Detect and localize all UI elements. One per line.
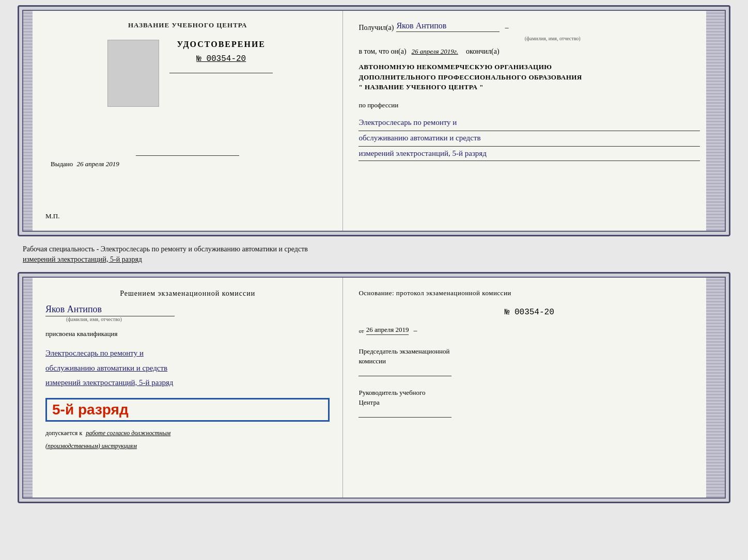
assigned-text: присвоена квалификация (45, 330, 330, 338)
doc1-left-page: НАЗВАНИЕ УЧЕБНОГО ЦЕНТРА УДОСТОВЕРЕНИЕ №… (33, 11, 343, 231)
doc1-right-page: Получил(а) Яков Антипов – (фамилия, имя,… (343, 11, 715, 231)
qual-line2: обслуживанию автоматики и средств (45, 361, 330, 376)
doc2-left-strip (23, 278, 33, 498)
head-signature (359, 417, 451, 418)
prof-line2: обслуживанию автоматики и средств (359, 131, 700, 147)
cert-number: № 00354-20 (196, 54, 246, 63)
photo-placeholder (107, 40, 159, 107)
issued-line: Выдано 26 апреля 2019 (51, 160, 330, 168)
fio-subtitle: (фамилия, имя, отчество) (405, 36, 700, 41)
org-line2: ДОПОЛНИТЕЛЬНОГО ПРОФЕССИОНАЛЬНОГО ОБРАЗО… (359, 72, 700, 83)
profession-handwritten: Электрослесарь по ремонту и обслуживанию… (359, 116, 700, 161)
doc2-right-side-strip (715, 278, 725, 498)
cert-center: УДОСТОВЕРЕНИЕ № 00354-20 (169, 40, 273, 77)
admit-block: допускается к работе согласно должностны… (45, 429, 330, 437)
photo-and-content: УДОСТОВЕРЕНИЕ № 00354-20 (102, 40, 273, 107)
prof-line1: Электрослесарь по ремонту и (359, 116, 700, 131)
doc2-right-strip (706, 278, 715, 498)
between-text: Рабочая специальность - Электрослесарь п… (18, 242, 730, 267)
date-line: в том, что он(а) 26 апреля 2019г. окончи… (359, 47, 700, 56)
prof-line3: измерений электростанций, 5-й разряд (359, 147, 700, 161)
mp-line: М.П. (45, 212, 59, 220)
head-role2: Центра (359, 397, 700, 408)
protocol-number: № 00354-20 (359, 308, 700, 317)
commission-line1: Решением экзаменационной комиссии (120, 290, 255, 297)
chairman-signature (359, 376, 451, 376)
doc2-left-page: Решением экзаменационной комиссии Яков А… (33, 278, 343, 498)
chairman-block: Председатель экзаменационной комиссии (359, 346, 700, 376)
basis-text: Основание: протокол экзаменационной коми… (359, 288, 700, 299)
doc2-fio-subtitle: (фамилия, имя, отчество) (66, 316, 122, 322)
doc2-fio: Яков Антипов (45, 304, 175, 316)
fio-block: Яков Антипов (фамилия, имя, отчество) (45, 304, 330, 322)
org-title: НАЗВАНИЕ УЧЕБНОГО ЦЕНТРА (128, 21, 247, 29)
qualification-block: Электрослесарь по ремонту и обслуживанию… (45, 346, 330, 390)
org-line3: " НАЗВАНИЕ УЧЕБНОГО ЦЕНТРА " (359, 82, 700, 92)
between-line1: Рабочая специальность - Электрослесарь п… (23, 244, 725, 254)
finished-label: окончил(а) (466, 47, 500, 56)
received-label: Получил(а) (359, 24, 394, 32)
org-block: АВТОНОМНУЮ НЕКОММЕРЧЕСКУЮ ОРГАНИЗАЦИЮ ДО… (359, 62, 700, 92)
document-1: НАЗВАНИЕ УЧЕБНОГО ЦЕНТРА УДОСТОВЕРЕНИЕ №… (18, 5, 730, 236)
admit-text: работе согласно должностным (86, 429, 170, 437)
doc2-inner: Решением экзаменационной комиссии Яков А… (22, 277, 726, 499)
date-value: 26 апреля 2019 (366, 326, 409, 335)
org-line1: АВТОНОМНУЮ НЕКОММЕРЧЕСКУЮ ОРГАНИЗАЦИЮ (359, 62, 700, 72)
qual-line3: измерений электростанций, 5-й разряд (45, 375, 330, 390)
instructions-text: (производственным) инструкциям (45, 442, 330, 450)
chairman-role1: Председатель экзаменационной (359, 346, 700, 357)
rank-badge: 5-й разряд (45, 398, 330, 422)
profession-label: по профессии (359, 101, 700, 109)
right-decorative-strip (706, 11, 715, 231)
right-dash: – (413, 327, 417, 335)
qual-line1: Электрослесарь по ремонту и (45, 346, 330, 361)
fio-handwritten: Яков Антипов (396, 21, 500, 32)
head-block: Руководитель учебного Центра (359, 388, 700, 418)
date-from: от 26 апреля 2019 – (359, 326, 700, 335)
cert-title: УДОСТОВЕРЕНИЕ (177, 40, 266, 49)
date-handwritten: 26 апреля 2019г. (412, 47, 458, 56)
dash: – (505, 24, 508, 32)
issued-date: 26 апреля 2019 (77, 160, 119, 168)
chairman-role2: комиссии (359, 356, 700, 366)
doc1-inner: НАЗВАНИЕ УЧЕБНОГО ЦЕНТРА УДОСТОВЕРЕНИЕ №… (22, 10, 726, 232)
mid-underline (136, 155, 239, 156)
document-2: Решением экзаменационной комиссии Яков А… (18, 272, 730, 503)
doc2-right-page: Основание: протокол экзаменационной коми… (343, 278, 715, 498)
date-prefix: от (359, 328, 364, 334)
admit-label: допускается к (45, 429, 82, 437)
head-role1: Руководитель учебного (359, 388, 700, 398)
recipient-line: Получил(а) Яков Антипов – (359, 21, 700, 32)
issued-block: Выдано 26 апреля 2019 (45, 151, 330, 168)
right-side-strip (715, 11, 725, 231)
issued-label: Выдано (51, 160, 73, 168)
commission-title: Решением экзаменационной комиссии (45, 288, 330, 299)
in-that-label: в том, что он(а) (359, 47, 406, 56)
left-decorative-strip (23, 11, 33, 231)
cert-underline-line (169, 73, 273, 73)
between-line2: измерений электростанций, 5-й разряд (23, 254, 725, 265)
